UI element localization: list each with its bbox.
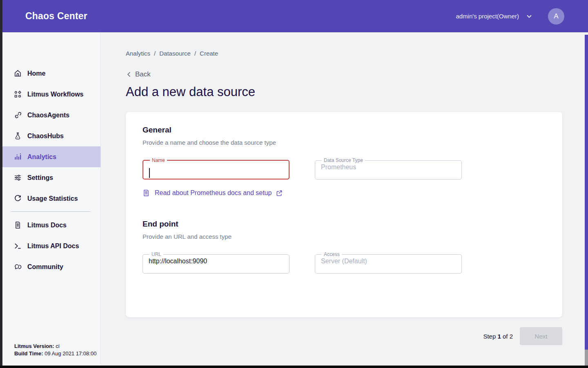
sidebar-item-chaosagents[interactable]: ChaosAgents bbox=[2, 105, 100, 126]
step-indicator: Step 1 of 2 bbox=[483, 333, 513, 340]
name-field: Name bbox=[143, 158, 290, 180]
text-caret bbox=[149, 168, 150, 178]
wizard-footer: Step 1 of 2 Next bbox=[126, 327, 562, 345]
chevron-down-icon[interactable] bbox=[526, 13, 532, 20]
general-heading: General bbox=[143, 126, 546, 135]
endpoint-section: End point Provide an URL and access type… bbox=[143, 220, 546, 274]
sidebar-divider bbox=[11, 211, 90, 212]
breadcrumb-separator: / bbox=[194, 50, 196, 57]
sidebar-item-label: Usage Statistics bbox=[27, 195, 78, 202]
sliders-icon bbox=[13, 174, 22, 182]
scrollbar-thumb[interactable] bbox=[585, 35, 588, 350]
sidebar-item-usage-statistics[interactable]: Usage Statistics bbox=[2, 188, 100, 209]
sidebar-item-label: Home bbox=[27, 70, 45, 77]
breadcrumb: Analytics / Datasource / Create bbox=[126, 50, 585, 57]
document-icon bbox=[13, 221, 22, 229]
datasource-form-card: General Provide a name and choose the da… bbox=[126, 112, 562, 317]
avatar[interactable]: A bbox=[548, 8, 564, 25]
access-field-label: Access bbox=[322, 252, 342, 257]
sidebar: Home Litmus Workflows ChaosAgents bbox=[2, 32, 101, 366]
endpoint-heading: End point bbox=[143, 220, 546, 229]
version-info: Litmus Version: ci Build Time: 09 Aug 20… bbox=[14, 343, 96, 357]
breadcrumb-analytics[interactable]: Analytics bbox=[126, 50, 150, 57]
document-icon bbox=[143, 189, 150, 197]
prometheus-docs-link[interactable]: Read about Prometheus docs and setup bbox=[143, 189, 283, 197]
sidebar-item-label: Analytics bbox=[27, 153, 56, 161]
sidebar-item-label: Settings bbox=[27, 174, 53, 182]
breadcrumb-create: Create bbox=[200, 50, 218, 57]
url-field: URL bbox=[143, 252, 290, 274]
app-header: Chaos Center admin's project(Owner) A bbox=[0, 0, 588, 32]
endpoint-subtitle: Provide an URL and access type bbox=[143, 233, 546, 240]
data-source-type-field: Data Source Type bbox=[315, 158, 462, 180]
name-input[interactable] bbox=[148, 163, 284, 174]
sidebar-item-chaoshubs[interactable]: ChaosHubs bbox=[2, 126, 100, 146]
terminal-icon bbox=[13, 242, 22, 250]
sidebar-item-label: ChaosHubs bbox=[27, 132, 64, 140]
build-label: Build Time: bbox=[14, 350, 43, 357]
chat-bubbles-icon bbox=[13, 263, 22, 271]
sidebar-item-label: Community bbox=[27, 263, 63, 271]
step-current: 1 bbox=[497, 333, 501, 340]
litmus-version-line: Litmus Version: ci bbox=[14, 343, 96, 350]
sidebar-item-analytics[interactable]: Analytics bbox=[2, 146, 100, 167]
build-time-line: Build Time: 09 Aug 2021 17:08:00 bbox=[14, 350, 96, 357]
general-fields-row: Name Data Source Type bbox=[143, 158, 546, 180]
sidebar-item-litmus-api-docs[interactable]: Litmus API Docs bbox=[2, 236, 100, 256]
url-input[interactable] bbox=[148, 257, 284, 268]
app-title: Chaos Center bbox=[25, 11, 87, 22]
workflows-icon bbox=[13, 90, 22, 99]
sidebar-nav: Home Litmus Workflows ChaosAgents bbox=[2, 32, 100, 277]
flask-icon bbox=[13, 132, 22, 140]
sidebar-item-home[interactable]: Home bbox=[2, 63, 100, 84]
scrollbar-lower-segment bbox=[585, 350, 588, 366]
scrollbar-track bbox=[585, 32, 588, 366]
sidebar-item-label: Litmus Workflows bbox=[27, 91, 84, 98]
refresh-icon bbox=[13, 195, 22, 203]
data-source-type-label: Data Source Type bbox=[322, 158, 365, 163]
sidebar-item-litmus-docs[interactable]: Litmus Docs bbox=[2, 215, 100, 236]
back-label: Back bbox=[135, 70, 151, 79]
step-total: of 2 bbox=[503, 333, 513, 340]
bar-chart-icon bbox=[13, 153, 22, 161]
chevron-left-icon bbox=[126, 71, 132, 78]
home-icon bbox=[13, 70, 22, 78]
sidebar-item-settings[interactable]: Settings bbox=[2, 167, 100, 188]
main-content: Analytics / Datasource / Create Back Add… bbox=[101, 32, 585, 366]
build-value: 09 Aug 2021 17:08:00 bbox=[45, 350, 96, 357]
step-word: Step bbox=[483, 333, 496, 340]
general-subtitle: Provide a name and choose the data sourc… bbox=[143, 139, 546, 146]
back-button[interactable]: Back bbox=[126, 70, 151, 79]
external-link-icon bbox=[276, 190, 283, 197]
sidebar-item-label: Litmus Docs bbox=[27, 222, 67, 229]
name-field-label: Name bbox=[150, 158, 167, 163]
link-icon bbox=[13, 111, 22, 119]
url-field-label: URL bbox=[149, 252, 163, 257]
access-input[interactable] bbox=[320, 257, 457, 268]
docs-link-text: Read about Prometheus docs and setup bbox=[155, 189, 272, 197]
data-source-type-input[interactable] bbox=[320, 163, 457, 174]
breadcrumb-separator: / bbox=[154, 50, 156, 57]
sidebar-item-community[interactable]: Community bbox=[2, 256, 100, 277]
sidebar-item-label: Litmus API Docs bbox=[27, 242, 79, 250]
breadcrumb-datasource[interactable]: Datasource bbox=[159, 50, 191, 57]
header-right: admin's project(Owner) A bbox=[456, 8, 564, 25]
sidebar-item-litmus-workflows[interactable]: Litmus Workflows bbox=[2, 84, 100, 105]
project-selector[interactable]: admin's project(Owner) bbox=[456, 13, 519, 20]
endpoint-fields-row: URL Access bbox=[143, 252, 546, 274]
sidebar-item-label: ChaosAgents bbox=[27, 112, 69, 119]
page-title: Add a new data source bbox=[126, 84, 585, 100]
version-value: ci bbox=[56, 343, 59, 349]
screen-bottom-border bbox=[0, 366, 588, 368]
screen-left-border bbox=[0, 0, 2, 368]
access-field: Access bbox=[315, 252, 462, 274]
next-button[interactable]: Next bbox=[520, 327, 562, 345]
version-label: Litmus Version: bbox=[14, 343, 54, 349]
